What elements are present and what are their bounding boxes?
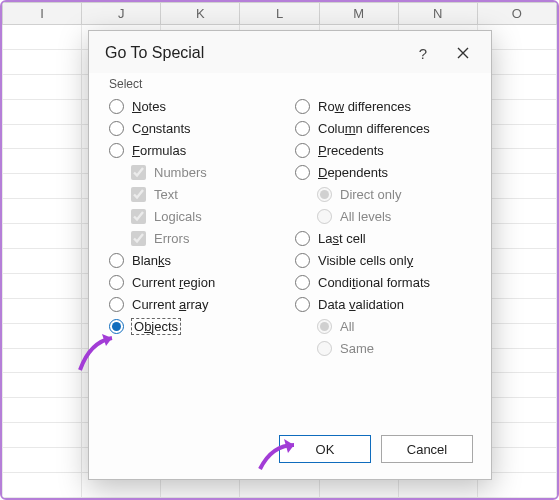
cell[interactable] — [3, 373, 82, 398]
option-current-array[interactable]: Current array — [109, 297, 285, 312]
cell[interactable] — [3, 249, 82, 274]
cell[interactable] — [3, 273, 82, 298]
close-button[interactable] — [443, 41, 483, 65]
cell[interactable] — [3, 74, 82, 99]
cell[interactable] — [3, 348, 82, 373]
column-header[interactable]: N — [398, 3, 477, 25]
column-header[interactable]: J — [82, 3, 161, 25]
option-current-region[interactable]: Current region — [109, 275, 285, 290]
option-formula-text: Text — [109, 187, 285, 202]
option-direct-only: Direct only — [295, 187, 471, 202]
column-header[interactable]: I — [3, 3, 82, 25]
dialog-titlebar: Go To Special ? — [89, 31, 491, 73]
option-formulas[interactable]: Formulas — [109, 143, 285, 158]
column-header[interactable]: L — [240, 3, 319, 25]
option-visible-cells[interactable]: Visible cells only — [295, 253, 471, 268]
option-constants[interactable]: Constants — [109, 121, 285, 136]
option-formula-numbers: Numbers — [109, 165, 285, 180]
option-row-differences[interactable]: Row differences — [295, 99, 471, 114]
option-last-cell[interactable]: Last cell — [295, 231, 471, 246]
cell[interactable] — [3, 448, 82, 473]
option-objects[interactable]: Objects — [109, 319, 285, 334]
option-dependents[interactable]: Dependents — [295, 165, 471, 180]
ok-button[interactable]: OK — [279, 435, 371, 463]
option-formula-logicals: Logicals — [109, 209, 285, 224]
column-header[interactable]: M — [319, 3, 398, 25]
cancel-button[interactable]: Cancel — [381, 435, 473, 463]
section-label: Select — [109, 77, 471, 91]
option-formula-errors: Errors — [109, 231, 285, 246]
option-column-differences[interactable]: Column differences — [295, 121, 471, 136]
cell[interactable] — [3, 25, 82, 50]
column-header[interactable]: O — [477, 3, 556, 25]
option-dv-all: All — [295, 319, 471, 334]
column-header[interactable]: K — [161, 3, 240, 25]
option-precedents[interactable]: Precedents — [295, 143, 471, 158]
cell[interactable] — [3, 124, 82, 149]
dialog-title: Go To Special — [105, 44, 403, 62]
cell[interactable] — [3, 323, 82, 348]
cell[interactable] — [3, 49, 82, 74]
cell[interactable] — [3, 99, 82, 124]
cell[interactable] — [3, 398, 82, 423]
cell[interactable] — [3, 174, 82, 199]
cell[interactable] — [3, 423, 82, 448]
cell[interactable] — [3, 473, 82, 498]
help-button[interactable]: ? — [403, 41, 443, 65]
cell[interactable] — [3, 149, 82, 174]
option-conditional-formats[interactable]: Conditional formats — [295, 275, 471, 290]
option-all-levels: All levels — [295, 209, 471, 224]
option-dv-same: Same — [295, 341, 471, 356]
go-to-special-dialog: Go To Special ? Select Notes Constants F… — [88, 30, 492, 480]
cell[interactable] — [3, 224, 82, 249]
option-data-validation[interactable]: Data validation — [295, 297, 471, 312]
option-notes[interactable]: Notes — [109, 99, 285, 114]
cell[interactable] — [3, 199, 82, 224]
option-blanks[interactable]: Blanks — [109, 253, 285, 268]
cell[interactable] — [3, 298, 82, 323]
